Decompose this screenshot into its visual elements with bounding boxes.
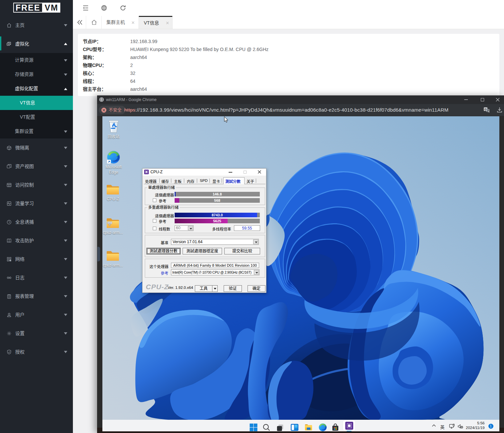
svg-text:文: 文 — [487, 109, 490, 112]
svg-text:G: G — [484, 108, 487, 111]
